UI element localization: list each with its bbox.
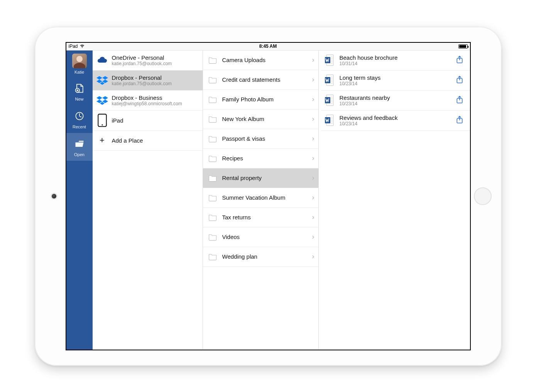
clock-icon	[66, 111, 93, 123]
folder-row[interactable]: Wedding plan ›	[203, 247, 318, 267]
place-ipad[interactable]: iPad	[93, 111, 203, 131]
status-time: 8:45 AM	[259, 44, 277, 49]
app-body: Katie New Recent	[66, 50, 470, 350]
folder-icon	[208, 154, 218, 163]
file-date: 10/23/14	[340, 121, 451, 126]
place-subtitle: katie.jordan.75@outlook.com	[112, 81, 172, 86]
folder-name: Videos	[222, 234, 308, 240]
folder-row[interactable]: Family Photo Album ›	[203, 90, 318, 109]
share-button[interactable]	[455, 75, 465, 85]
folder-icon	[208, 76, 218, 84]
file-date: 10/31/14	[340, 61, 451, 66]
folder-icon	[208, 135, 218, 143]
share-button[interactable]	[455, 115, 465, 125]
folder-name: Tax returns	[222, 214, 308, 220]
chevron-right-icon: ›	[312, 76, 314, 84]
file-row[interactable]: Reviews and feedback 10/23/14	[321, 111, 470, 131]
share-button[interactable]	[455, 95, 465, 105]
ipad-device-icon	[96, 115, 108, 125]
place-subtitle: katiej@wingtip58.onmicrosoft.com	[112, 101, 182, 106]
folder-name: Wedding plan	[222, 253, 308, 260]
folder-row[interactable]: Camera Uploads ›	[203, 50, 318, 70]
folder-name: New York Album	[222, 116, 308, 122]
folder-name: Passport & visas	[222, 135, 308, 142]
sidebar-item-label: Recent	[66, 124, 93, 129]
folder-icon	[208, 233, 218, 241]
svg-point-3	[101, 124, 103, 125]
word-doc-icon	[324, 74, 335, 86]
folder-icon	[208, 193, 218, 202]
place-title: iPad	[112, 117, 123, 124]
device-home-button[interactable]	[474, 187, 492, 205]
chevron-right-icon: ›	[312, 174, 314, 182]
place-title: Dropbox - Personal	[112, 74, 172, 81]
folder-row[interactable]: Tax returns ›	[203, 208, 318, 227]
file-row[interactable]: Long term stays 10/23/14	[321, 71, 470, 91]
sidebar-user[interactable]: Katie	[66, 50, 93, 77]
sidebar-item-label: New	[66, 97, 93, 101]
file-name: Restaurants nearby	[340, 94, 451, 101]
folders-column: Camera Uploads › Credit card statements …	[203, 50, 319, 350]
folder-row[interactable]: Credit card statements ›	[203, 70, 318, 90]
chevron-right-icon: ›	[312, 56, 314, 64]
folder-open-icon	[66, 138, 93, 151]
file-name: Long term stays	[340, 74, 451, 81]
folder-row[interactable]: Recipes ›	[203, 149, 318, 168]
folder-row[interactable]: Rental property ›	[203, 168, 318, 188]
folder-icon	[208, 252, 218, 261]
folder-icon	[208, 213, 218, 222]
sidebar-item-open[interactable]: Open	[66, 133, 93, 161]
battery-icon	[458, 44, 468, 49]
chevron-right-icon: ›	[312, 135, 314, 143]
place-dropbox-personal[interactable]: Dropbox - Personal katie.jordan.75@outlo…	[93, 71, 203, 91]
place-title: Add a Place	[112, 137, 143, 144]
folder-name: Rental property	[222, 175, 308, 181]
plus-icon: +	[96, 135, 108, 145]
place-add[interactable]: + Add a Place	[93, 131, 203, 151]
file-row[interactable]: Beach house brochure 10/31/14	[321, 50, 470, 71]
place-title: OneDrive - Personal	[112, 54, 172, 61]
chevron-right-icon: ›	[312, 213, 314, 221]
word-doc-icon	[324, 54, 335, 66]
place-dropbox-business[interactable]: Dropbox - Business katiej@wingtip58.onmi…	[93, 91, 203, 111]
sidebar-item-label: Open	[66, 152, 93, 157]
file-row[interactable]: Restaurants nearby 10/23/14	[321, 91, 470, 111]
place-subtitle: katie.jordan.75@outlook.com	[112, 61, 172, 66]
place-onedrive-personal[interactable]: OneDrive - Personal katie.jordan.75@outl…	[93, 50, 203, 71]
folder-name: Credit card statements	[222, 76, 308, 83]
dropbox-icon	[96, 75, 108, 85]
folder-row[interactable]: Passport & visas ›	[203, 129, 318, 149]
folder-row[interactable]: Summer Vacation Album ›	[203, 188, 318, 208]
wifi-icon	[79, 44, 85, 49]
folder-icon	[208, 115, 218, 123]
file-name: Beach house brochure	[340, 54, 451, 61]
sidebar-user-name: Katie	[66, 70, 93, 74]
word-doc-icon	[324, 114, 335, 126]
chevron-right-icon: ›	[312, 252, 314, 261]
sidebar-item-recent[interactable]: Recent	[66, 105, 93, 133]
ipad-device-frame: iPad 8:45 AM Katie	[35, 27, 502, 366]
folder-name: Summer Vacation Album	[222, 194, 308, 201]
chevron-right-icon: ›	[312, 154, 314, 162]
folder-row[interactable]: Videos ›	[203, 227, 318, 247]
chevron-right-icon: ›	[312, 115, 314, 123]
place-title: Dropbox - Business	[112, 94, 182, 101]
device-camera	[52, 194, 56, 199]
chevron-right-icon: ›	[312, 193, 314, 202]
file-date: 10/23/14	[340, 101, 451, 106]
share-button[interactable]	[455, 55, 465, 65]
files-column: Beach house brochure 10/31/14 Long term …	[321, 50, 470, 350]
screen: iPad 8:45 AM Katie	[66, 42, 471, 350]
dropbox-icon	[96, 95, 108, 105]
avatar	[72, 54, 87, 68]
status-carrier: iPad	[69, 44, 78, 49]
folder-row[interactable]: New York Album ›	[203, 109, 318, 129]
folder-icon	[208, 174, 218, 182]
sidebar-item-new[interactable]: New	[66, 77, 93, 105]
sidebar: Katie New Recent	[66, 50, 93, 350]
folder-icon	[208, 56, 218, 64]
folder-name: Family Photo Album	[222, 96, 308, 103]
chevron-right-icon: ›	[312, 233, 314, 241]
file-name: Reviews and feedback	[340, 114, 451, 121]
folder-icon	[208, 95, 218, 104]
